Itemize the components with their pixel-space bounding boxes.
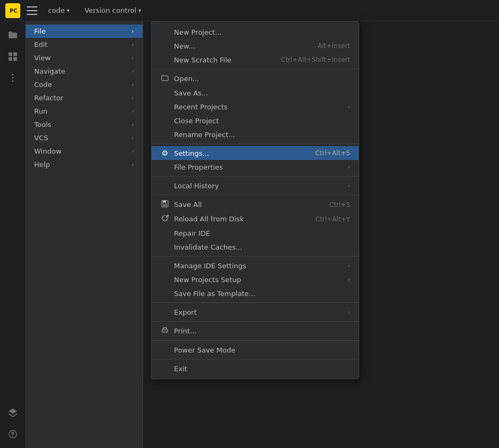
hamburger-menu[interactable] <box>27 6 37 15</box>
window-chevron: › <box>132 148 134 155</box>
vcs-chevron: › <box>132 134 134 141</box>
history-chevron: › <box>348 182 350 189</box>
sidebar-icon-layers[interactable] <box>3 403 22 422</box>
submenu-open[interactable]: Open... <box>152 71 359 86</box>
separator-3 <box>152 176 359 177</box>
submenu-local-history[interactable]: Local History › <box>152 179 359 193</box>
separator-6 <box>152 302 359 303</box>
submenu-rename-project[interactable]: Rename Project... <box>152 127 359 141</box>
properties-chevron: › <box>348 164 350 171</box>
titlebar-code-menu[interactable]: code ▾ <box>44 4 74 17</box>
menu-item-help[interactable]: Help › <box>26 158 142 171</box>
save-all-icon <box>160 200 170 209</box>
separator-4 <box>152 195 359 195</box>
menu-item-code[interactable]: Code › <box>26 78 142 91</box>
submenu-save-all[interactable]: Save All Ctrl+S <box>152 197 359 212</box>
file-chevron: › <box>132 28 134 35</box>
separator-1 <box>152 69 359 69</box>
file-submenu: New Project... New... Alt+Insert New Scr… <box>151 21 359 379</box>
separator-8 <box>152 340 359 341</box>
open-folder-icon <box>160 74 170 83</box>
settings-gear-icon: ⚙ <box>160 149 170 157</box>
submenu-export[interactable]: Export › <box>152 305 359 319</box>
vcs-menu-chevron: ▾ <box>138 7 141 13</box>
navigate-chevron: › <box>132 68 134 75</box>
submenu-power-save[interactable]: Power Save Mode <box>152 343 359 357</box>
code-menu-chevron: ▾ <box>67 7 69 13</box>
sidebar-icon-modules[interactable] <box>3 47 22 66</box>
separator-9 <box>152 359 359 359</box>
svg-point-6 <box>12 74 13 76</box>
menu-item-edit[interactable]: Edit › <box>26 38 142 51</box>
separator-2 <box>152 143 359 144</box>
menu-item-vcs[interactable]: VCS › <box>26 131 142 145</box>
export-chevron: › <box>348 309 350 316</box>
menu-item-navigate[interactable]: Navigate › <box>26 65 142 78</box>
recent-chevron: › <box>348 103 350 110</box>
submenu-settings[interactable]: ⚙ Settings... Ctrl+Alt+S <box>152 146 359 160</box>
view-chevron: › <box>132 54 134 61</box>
menu-item-tools[interactable]: Tools › <box>26 118 142 131</box>
submenu-print[interactable]: Print... <box>152 324 359 338</box>
submenu-manage-ide-settings[interactable]: Manage IDE Settings › <box>152 259 359 273</box>
run-chevron: › <box>132 108 134 115</box>
svg-rect-2 <box>9 52 12 56</box>
manage-ide-chevron: › <box>348 262 350 269</box>
svg-rect-13 <box>163 331 167 332</box>
submenu-new-projects-setup[interactable]: New Projects Setup › <box>152 273 359 286</box>
submenu-save-template[interactable]: Save File as Template... <box>152 286 359 300</box>
svg-rect-5 <box>13 57 17 61</box>
edit-chevron: › <box>132 41 134 48</box>
svg-rect-11 <box>163 201 166 203</box>
separator-5 <box>152 256 359 257</box>
code-chevron: › <box>132 81 134 88</box>
submenu-repair-ide[interactable]: Repair IDE <box>152 226 359 240</box>
submenu-close-project[interactable]: Close Project <box>152 114 359 127</box>
svg-point-8 <box>12 81 13 82</box>
menu-item-view[interactable]: View › <box>26 51 142 65</box>
svg-text:PC: PC <box>10 8 18 14</box>
file-menu: File › Edit › View › Navigate › Code › R… <box>26 21 143 448</box>
menu-item-run[interactable]: Run › <box>26 105 142 118</box>
submenu-exit[interactable]: Exit <box>152 362 359 375</box>
menu-item-window[interactable]: Window › <box>26 145 142 158</box>
sidebar-icon-share[interactable] <box>3 425 22 444</box>
submenu-reload[interactable]: Reload All from Disk Ctrl+Alt+Y <box>152 212 359 226</box>
svg-point-7 <box>12 77 13 79</box>
help-chevron: › <box>132 161 134 168</box>
submenu-invalidate-caches[interactable]: Invalidate Caches... <box>152 240 359 254</box>
sidebar-icon-more[interactable] <box>3 68 22 87</box>
submenu-file-properties[interactable]: File Properties › <box>152 160 359 174</box>
titlebar: PC code ▾ Version control ▾ <box>0 0 499 21</box>
refactor-chevron: › <box>132 94 134 101</box>
main-layout: File › Edit › View › Navigate › Code › R… <box>0 21 499 448</box>
tools-chevron: › <box>132 121 134 128</box>
menu-item-file[interactable]: File › <box>26 25 142 38</box>
menu-item-refactor[interactable]: Refactor › <box>26 91 142 105</box>
submenu-recent-projects[interactable]: Recent Projects › <box>152 100 359 114</box>
reload-icon <box>160 214 170 223</box>
svg-rect-4 <box>9 57 12 61</box>
svg-rect-3 <box>13 52 17 56</box>
app-logo: PC <box>5 3 20 18</box>
sidebar-icon-folder[interactable] <box>3 26 22 45</box>
submenu-new-scratch[interactable]: New Scratch File Ctrl+Alt+Shift+Insert <box>152 53 359 67</box>
print-icon <box>160 326 170 335</box>
separator-7 <box>152 321 359 322</box>
submenu-new[interactable]: New... Alt+Insert <box>152 39 359 53</box>
submenu-save-as[interactable]: Save As... <box>152 86 359 100</box>
new-projects-chevron: › <box>348 276 350 283</box>
submenu-new-project[interactable]: New Project... <box>152 25 359 39</box>
sidebar-icons <box>0 21 26 448</box>
titlebar-vcs-menu[interactable]: Version control ▾ <box>80 4 145 17</box>
